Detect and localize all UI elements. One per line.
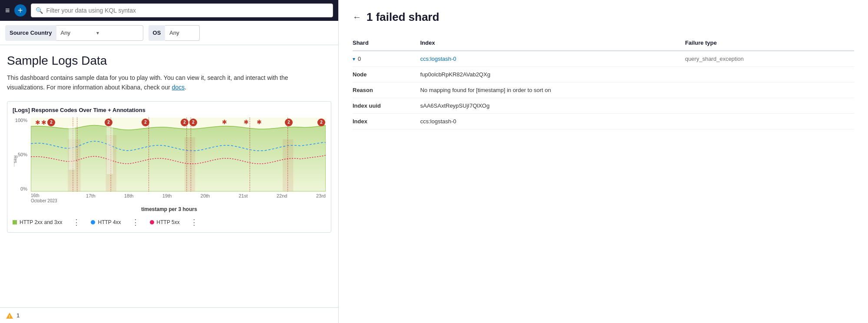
detail-label-index: Index <box>353 114 420 129</box>
detail-value-node: fup0olcbRpKR82AVab2QXg <box>420 67 685 82</box>
col-header-failure-type: Failure type <box>685 36 854 51</box>
y-label-50: 50% <box>18 152 27 157</box>
col-header-shard: Shard <box>353 36 420 51</box>
legend-color-4xx <box>91 220 95 224</box>
chevron-down-icon: ▾ <box>96 30 99 36</box>
source-country-value: Any <box>61 30 70 36</box>
annotation-badge: 2 <box>181 119 188 126</box>
x-label-23rd: 23rd <box>316 193 326 198</box>
chart-title: [Logs] Response Codes Over Time + Annota… <box>13 107 326 113</box>
warning-icon-container: ! <box>5 311 14 320</box>
x-label-16th: 16thOctober 2023 <box>31 193 57 204</box>
docs-link[interactable]: docs <box>172 84 185 91</box>
shard-id-cell: ▾ 0 <box>353 51 420 67</box>
annotation-badge: 2 <box>105 119 112 126</box>
table-row-shard: ▾ 0 ccs:logstash-0 query_shard_exception <box>353 51 854 67</box>
menu-icon[interactable]: ≡ <box>5 6 10 15</box>
search-bar: 🔍 <box>31 3 333 17</box>
legend-color-5xx <box>150 220 154 224</box>
table-header-row: Shard Index Failure type <box>353 36 854 51</box>
top-bar: ≡ + 🔍 <box>0 0 338 21</box>
detail-value-reason: No mapping found for [timestamp] in orde… <box>420 82 685 98</box>
detail-label-node: Node <box>353 67 420 82</box>
y-axis-prefix: Res... <box>13 155 18 167</box>
y-label-0: 0% <box>20 186 27 191</box>
shard-id: ▾ 0 <box>353 56 415 62</box>
shard-table: Shard Index Failure type ▾ 0 ccs:logstas… <box>353 36 854 129</box>
right-panel: ← 1 failed shard Shard Index Failure typ… <box>339 0 868 323</box>
left-panel: ≡ + 🔍 Source Country Any ▾ OS Any Sample… <box>0 0 339 323</box>
table-row-reason: Reason No mapping found for [timestamp] … <box>353 82 854 98</box>
back-arrow[interactable]: ← <box>353 12 361 22</box>
legend-item-5xx: HTTP 5xx <box>150 219 180 225</box>
detail-value-index: ccs:logstash-0 <box>420 114 685 129</box>
legend-label-5xx: HTTP 5xx <box>157 219 180 225</box>
x-label-20th: 20th <box>201 193 210 198</box>
x-label-17th: 17th <box>86 193 95 198</box>
panel-title: 1 failed shard <box>366 10 439 24</box>
chart-panel: [Logs] Response Codes Over Time + Annota… <box>7 101 331 233</box>
chevron-down-icon[interactable]: ▾ <box>353 56 355 62</box>
detail-empty-4 <box>685 114 854 129</box>
detail-value-index-uuid: sAA6SAxtReypSUjI7QlXOg <box>420 98 685 114</box>
x-label-21st: 21st <box>239 193 248 198</box>
annotation-badges-group1: ✱ ✱ 2 <box>35 119 55 126</box>
detail-label-index-uuid: Index uuid <box>353 98 420 114</box>
filter-bar: Source Country Any ▾ OS Any <box>0 21 338 45</box>
x-axis: 16thOctober 2023 17th 18th 19th 20th 21s… <box>31 191 326 204</box>
source-country-label: Source Country <box>5 25 56 41</box>
annotation-badges-group5: ✱ <box>222 119 227 125</box>
annotation-badges-group8: 2 <box>285 119 293 126</box>
annotation-badge: 2 <box>285 119 293 126</box>
table-row-index: Index ccs:logstash-0 <box>353 114 854 129</box>
os-value: Any <box>169 30 179 36</box>
y-label-100: 100% <box>15 118 27 123</box>
add-button[interactable]: + <box>14 4 26 16</box>
svg-rect-10 <box>185 137 195 191</box>
col-header-index: Index <box>420 36 685 51</box>
svg-rect-11 <box>283 139 293 191</box>
detail-label-reason: Reason <box>353 82 420 98</box>
x-label-18th: 18th <box>124 193 133 198</box>
os-filter: OS Any <box>149 25 200 41</box>
os-label: OS <box>149 25 165 41</box>
search-input[interactable] <box>46 7 328 14</box>
annotation-badges-group2: 2 <box>105 119 112 126</box>
legend-item-4xx: HTTP 4xx <box>91 219 121 225</box>
legend-item-2xx: HTTP 2xx and 3xx <box>13 219 62 225</box>
shard-id-value: 0 <box>358 56 361 62</box>
legend-label-2xx: HTTP 2xx and 3xx <box>20 219 62 225</box>
svg-text:!: ! <box>9 314 10 319</box>
failure-type-cell: query_shard_exception <box>685 51 854 67</box>
table-header: Shard Index Failure type <box>353 36 854 51</box>
main-content: Sample Logs Data This dashboard contains… <box>0 45 338 307</box>
search-icon: 🔍 <box>36 7 43 14</box>
dashboard-title: Sample Logs Data <box>7 54 331 68</box>
warning-count: 1 <box>17 312 20 319</box>
source-country-filter: Source Country Any ▾ <box>5 25 143 41</box>
table-row-index-uuid: Index uuid sAA6SAxtReypSUjI7QlXOg <box>353 98 854 114</box>
annotation-badges-group4: 2 2 <box>181 119 197 126</box>
annotation-badge: 2 <box>317 119 325 126</box>
annotation-badges-group3: 2 <box>142 119 149 126</box>
detail-empty-2 <box>685 82 854 98</box>
detail-empty-3 <box>685 98 854 114</box>
status-bar: ! 1 <box>0 307 338 323</box>
annotation-badge: 2 <box>142 119 149 126</box>
legend-color-2xx <box>13 220 17 224</box>
os-select[interactable]: Any <box>165 25 200 41</box>
legend-more-icon-3[interactable]: ⋮ <box>190 218 198 227</box>
x-label-22nd: 22nd <box>277 193 287 198</box>
chart-svg <box>31 118 326 191</box>
annotation-badge: 2 <box>47 119 55 126</box>
chart-legend: HTTP 2xx and 3xx ⋮ HTTP 4xx ⋮ HTTP 5xx ⋮ <box>13 218 326 227</box>
table-body: ▾ 0 ccs:logstash-0 query_shard_exception… <box>353 51 854 129</box>
legend-more-icon-2[interactable]: ⋮ <box>132 218 139 227</box>
annotation-badges-group9: 2 <box>317 119 325 126</box>
dashboard-description: This dashboard contains sample data for … <box>7 73 320 92</box>
y-axis-labels: 100% 50% 0% <box>13 118 29 191</box>
shard-index-value: ccs:logstash-0 <box>420 56 456 62</box>
source-country-select[interactable]: Any ▾ <box>56 25 143 41</box>
legend-more-icon-1[interactable]: ⋮ <box>73 218 80 227</box>
table-row-node: Node fup0olcbRpKR82AVab2QXg <box>353 67 854 82</box>
